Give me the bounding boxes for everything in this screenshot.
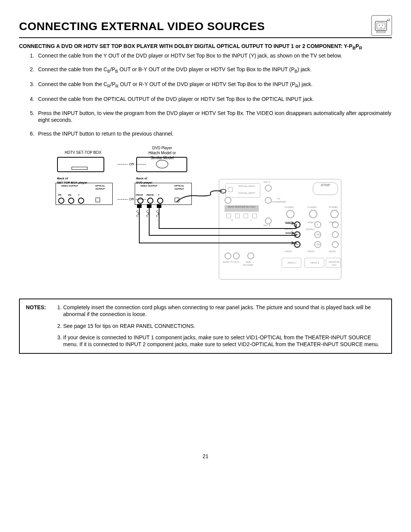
step-3: Connect the cable from the CR/PR OUT or … [36, 81, 392, 89]
subtitle: CONNECTING A DVD OR HDTV SET TOP BOX PLA… [19, 43, 392, 51]
page-title: CONNECTING EXTERNAL VIDEO SOURCES [19, 19, 265, 34]
video-label: VIDEO [307, 221, 315, 224]
video-output-label: VIDEO OUTPUT [137, 185, 160, 188]
bo-l1: Back of [57, 177, 68, 180]
jack-icon [147, 198, 153, 204]
step3-part: Connect the cable from the C [38, 81, 107, 87]
audio-label: AUDIO [329, 250, 336, 253]
svg-rect-1 [377, 23, 385, 29]
pb-jack-icon [294, 231, 301, 238]
optical-input-icon [228, 187, 233, 192]
terminal-icon [244, 214, 248, 218]
subtitle-text: CONNECTING A DVD OR HDTV SET TOP BOX PLA… [19, 43, 352, 49]
terminal-icon [226, 214, 231, 218]
jack-icon [247, 252, 254, 259]
step3-part: OUT or R-Y OUT of the DVD player or HDTV… [118, 81, 295, 87]
jack-icon [78, 198, 84, 204]
subwoofer-label: SUB WOOFER [241, 261, 256, 267]
step2-part: /P [110, 66, 115, 72]
tv-rear-panel: STOP OPTICAL INPUT COAXIAL INPUT ANT. A … [219, 179, 341, 280]
stb-back-panel: VIDEO OUTPUT OPTICAL OUTPUT PR PB Y [56, 183, 113, 205]
audio-hifi-label: AUDIO TO HI-FI [221, 261, 241, 264]
step-1: Connect the cable from the Y OUT of the … [36, 52, 392, 59]
step-4: Connect the cable from the OPTICAL OUTPU… [36, 96, 392, 102]
step3-part: ) jack. [298, 81, 312, 87]
step3-part: /P [110, 81, 115, 87]
optical-output-label: OPTICAL OUTPUT [92, 185, 108, 191]
step2-part: Connect the cable from the C [38, 66, 107, 72]
step2-part: OUT or B-Y OUT of the DVD player or HDTV… [118, 66, 295, 72]
subscript-r: R [359, 46, 362, 50]
bo-l1: Back of [136, 177, 147, 180]
video-output-label: VIDEO OUTPUT [58, 185, 81, 188]
svg-rect-4 [377, 31, 385, 33]
ant-jack-icon [265, 185, 272, 192]
jack-icon [225, 252, 231, 259]
y-label: Y [317, 224, 318, 227]
audio-label: AUDIO [285, 250, 292, 253]
coaxial-input-label: COAXIAL INPUT [236, 192, 257, 195]
pb-label: PB [317, 233, 320, 236]
y-label: Y [158, 194, 159, 197]
mono-label: (MONO) [306, 228, 315, 231]
dvd-l1: DVD Player [152, 146, 172, 150]
note-3: If your device is connected to INPUT 1 c… [63, 334, 385, 348]
jack-icon [332, 221, 339, 228]
optical-output-label: OPTICAL OUTPUT [172, 185, 187, 191]
jack-icon [332, 231, 339, 238]
notes-content: Completely insert the connection cord pl… [56, 304, 385, 348]
svideo-label: S-VIDEO [307, 206, 317, 209]
jack-icon [233, 252, 240, 259]
sub: R [295, 84, 298, 88]
y-label: Y [78, 194, 80, 197]
stb-label: HDTV SET-TOP BOX [65, 150, 101, 155]
instruction-list: Connect the cable from the Y OUT of the … [19, 52, 392, 137]
note-1: Completely insert the connection cord pl… [63, 304, 385, 318]
pr-jack-icon [294, 241, 301, 248]
optical-input-label: OPTICAL INPUT [236, 185, 257, 188]
pr-label: PR [317, 243, 320, 246]
rear-speaker-label: REAR SPEAKER 8Ω ONLY [225, 205, 259, 212]
svideo-jack-icon [286, 210, 295, 218]
jack-icon [58, 198, 64, 204]
mono-label: (MONO) [285, 228, 293, 231]
y-jack-icon [294, 221, 301, 228]
l-label: L [244, 219, 259, 222]
sub: R [107, 84, 110, 88]
jack-icon [68, 198, 74, 204]
ant-b-label: ANT. B [263, 224, 271, 227]
svideo-jack-icon [330, 210, 339, 218]
step2-part: ) jack. [297, 66, 311, 72]
note-2: See page 15 for tips on REAR PANEL CONNE… [63, 323, 385, 329]
video-label: VIDEO [285, 221, 292, 224]
pbcb-label: PB/CB [147, 194, 154, 197]
ant-jack-icon [265, 217, 272, 224]
dvd-l2: Hitachi Model or [148, 151, 176, 155]
optical-jack-icon [175, 198, 179, 202]
pr-label: PR [58, 194, 61, 197]
to-converter-label: TO CONVERTER [271, 198, 286, 204]
svideo-jack-icon [309, 210, 317, 218]
tv-character-icon [371, 15, 392, 36]
notes-box: NOTES: Completely insert the connection … [19, 299, 392, 354]
stop-label: STOP [313, 182, 338, 195]
audio-label: AUDIO [307, 250, 315, 253]
r-label: R [225, 219, 240, 222]
step-6: Press the INPUT button to return to the … [36, 130, 392, 137]
coax-jack-icon [225, 197, 231, 204]
svideo-label: S-VIDEO [329, 206, 338, 209]
page-number: 21 [19, 453, 392, 460]
pb-label: PB [68, 194, 71, 197]
jack-icon [137, 198, 143, 204]
svg-point-3 [382, 25, 383, 26]
dvd-back-panel: VIDEO OUTPUT OPTICAL OUTPUT PR/CR PB/CB … [135, 183, 192, 205]
notes-label: NOTES: [26, 304, 56, 348]
terminal-icon [252, 214, 257, 218]
connection-diagram: HDTV SET-TOP BOX DVD Player Hitachi Mode… [34, 145, 342, 289]
optical-jack-icon [96, 198, 100, 202]
terminal-icon [235, 214, 240, 218]
prcr-label: PR/CR [136, 194, 143, 197]
svg-point-2 [379, 25, 380, 26]
jack-icon [157, 198, 163, 204]
or-label-top: OR [116, 162, 147, 167]
